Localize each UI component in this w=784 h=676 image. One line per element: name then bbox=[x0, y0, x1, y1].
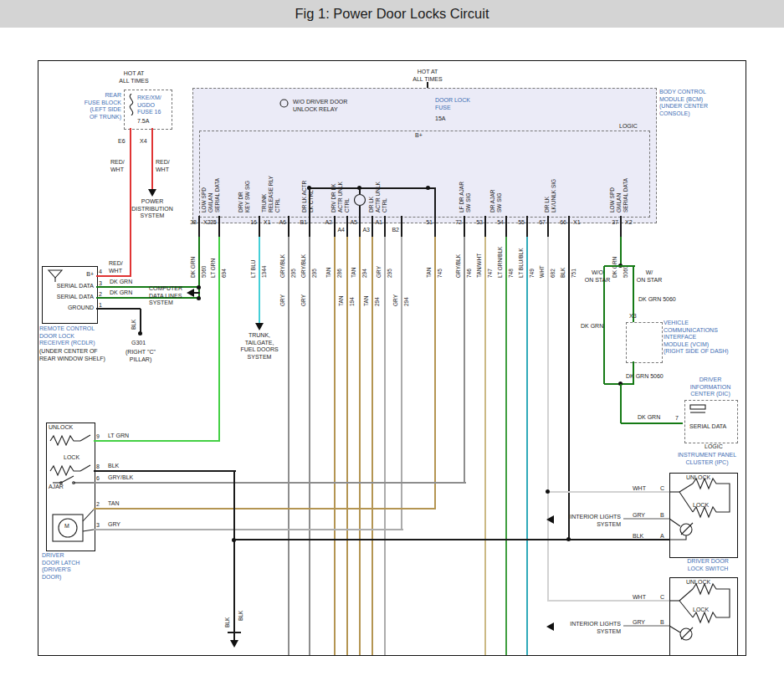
switch-lock-label: LOCK bbox=[693, 607, 709, 614]
wire-gry bbox=[623, 518, 669, 520]
arrow-left-icon bbox=[546, 515, 554, 524]
wire-dk-grn bbox=[604, 265, 635, 267]
wire-tan bbox=[334, 237, 336, 655]
rcdlr-location: (UNDER CENTER OF REAR WINDOW SHELF) bbox=[39, 348, 105, 362]
arrow-down-icon bbox=[148, 189, 156, 197]
rear-fuse-block-label: REAR FUSE BLOCK (LEFT SIDE OF TRUNK) bbox=[79, 92, 121, 120]
logic-label: LOGIC bbox=[705, 443, 723, 451]
bcm-pin-stub bbox=[568, 216, 570, 237]
circuit-number-label: 294 bbox=[403, 297, 410, 306]
arrow-down-icon bbox=[230, 640, 238, 648]
circuit-number-label: 295 bbox=[290, 269, 297, 278]
junction-dot bbox=[566, 537, 571, 541]
wire-blk bbox=[94, 470, 236, 472]
circuit-number-label: 694 bbox=[221, 269, 228, 278]
junction-dot bbox=[197, 285, 201, 289]
rcdlr-row: B+ bbox=[45, 271, 94, 279]
connector-label: X1 bbox=[264, 219, 271, 227]
bcm-pin-stub bbox=[259, 216, 260, 237]
connector-e6: E6 bbox=[118, 138, 126, 146]
vcim-name: VEHICLE COMMUNICATIONS INTERFACE MODULE … bbox=[664, 320, 729, 356]
wire-color-label: LT BLU/BLK bbox=[518, 248, 525, 278]
wire-color-label: GRY/BLK bbox=[279, 254, 286, 278]
wire-color-label: GRY/BLK bbox=[300, 254, 307, 278]
wire-label-red-wht: RED/ WHT bbox=[110, 159, 125, 173]
hot-at-all-times-label: HOT AT ALL TIMES bbox=[405, 69, 450, 83]
serial-data-label: SERIAL DATA bbox=[689, 423, 726, 431]
wire-blk bbox=[568, 237, 570, 540]
wire-lt-grn-blk bbox=[505, 237, 507, 655]
wire-gry-blk bbox=[309, 237, 310, 655]
bcm-pin-stub bbox=[484, 216, 486, 237]
pin-number: 7 bbox=[675, 415, 679, 422]
wire-gry-blk bbox=[464, 237, 465, 484]
wire-label: BLK bbox=[131, 320, 137, 330]
pin-number: B2 bbox=[387, 227, 399, 234]
arrow-left-icon bbox=[546, 622, 554, 631]
circuit-number-label: 751 bbox=[571, 269, 577, 278]
motor-label: M bbox=[64, 523, 69, 530]
wire-gry bbox=[94, 529, 403, 530]
pin-number: 51 bbox=[421, 219, 433, 227]
wire-color-label: GRY bbox=[376, 266, 382, 278]
wire-tan bbox=[346, 237, 348, 655]
pin-number: 16 bbox=[245, 219, 257, 227]
circuit-number-label: 748 bbox=[508, 269, 515, 278]
circuit-number-label: 682 bbox=[550, 269, 556, 278]
junction-dot bbox=[197, 296, 201, 300]
fuse-amps: 7.5A bbox=[137, 118, 149, 125]
pin-number: 3 bbox=[96, 522, 100, 530]
bcm-pin-function: TRUNK RELEASE RLY CTRL bbox=[261, 176, 281, 213]
bcm-pin-stub bbox=[464, 216, 465, 237]
wire-tan bbox=[359, 237, 361, 655]
ipc-name: INSTRUMENT PANEL CLUSTER (IPC) bbox=[676, 452, 738, 466]
switch-unlock-label: UNLOCK bbox=[686, 474, 710, 482]
wire-label: RED/ WHT bbox=[109, 260, 123, 274]
wire-label: DK GRN bbox=[110, 279, 132, 286]
junction-dot bbox=[546, 489, 550, 494]
wire-blk-ground bbox=[233, 471, 235, 642]
wire-color-label: TAN bbox=[426, 267, 433, 278]
circuit-number-label: 746 bbox=[466, 269, 473, 278]
wire-tan bbox=[372, 237, 373, 655]
wire-dk-grn bbox=[620, 384, 622, 423]
wire-label: LT GRN bbox=[108, 433, 129, 440]
wire-label: GRY bbox=[108, 521, 120, 529]
wire-tan-wht bbox=[484, 237, 486, 655]
wire-label-red-wht: RED/ WHT bbox=[156, 159, 170, 173]
wire-color-label: TAN bbox=[351, 267, 357, 278]
wire-dk-grn bbox=[621, 422, 683, 424]
bcm-pin-function: LOW SPD GMLAN SERIAL DATA bbox=[609, 178, 629, 213]
wire-wht bbox=[547, 237, 549, 602]
connector-label: X2 bbox=[625, 219, 633, 227]
relay-label: W/O DRIVER DOOR UNLOCK RELAY bbox=[293, 99, 347, 113]
wire-tan bbox=[434, 237, 436, 510]
wire-blk bbox=[235, 539, 669, 540]
circuit-number-label: 749 bbox=[529, 269, 535, 278]
latch-name: DRIVER DOOR LATCH (DRIVER'S DOOR) bbox=[42, 552, 79, 581]
wire-lt-grn bbox=[218, 237, 220, 442]
wire-red-wht-right bbox=[151, 128, 153, 189]
wo-onstar-label: W/O ON STAR bbox=[581, 269, 614, 284]
bcm-pin-function: LOW SPD GMLAN SERIAL DATA bbox=[201, 178, 221, 213]
dic-name: DRIVER INFORMATION CENTER (DIC) bbox=[683, 376, 738, 398]
page-title: Fig 1: Power Door Locks Circuit bbox=[295, 6, 489, 22]
display-icon bbox=[689, 403, 709, 417]
wire-color-label: TAN bbox=[338, 295, 345, 306]
bcm-pin-stub bbox=[218, 216, 220, 237]
relay-coil-icon bbox=[354, 193, 366, 207]
wire-lt-blu-blk bbox=[526, 237, 528, 655]
wire-color-label: GRY/BLK bbox=[455, 254, 462, 278]
fuse-name: RKE/XM/ UGDO FUSE 16 bbox=[137, 95, 161, 116]
relay-option-icon bbox=[279, 99, 289, 108]
interior-lights-label: INTERIOR LIGHTS SYSTEM bbox=[559, 514, 621, 528]
switch-unlock-label: UNLOCK bbox=[686, 579, 710, 586]
wire-blk bbox=[140, 309, 141, 333]
pin-number: 2 bbox=[96, 501, 100, 509]
wire-color-label: LT GRN/BLK bbox=[497, 247, 504, 278]
pin-number: A2 bbox=[320, 219, 332, 227]
bcm-pin-function: DRV DR LK ACTR UNLK CTRL bbox=[331, 182, 351, 213]
wire-color-label: TAN/WHT bbox=[476, 254, 483, 278]
pin-number: A4 bbox=[333, 227, 345, 234]
pin-number: B1 bbox=[295, 219, 307, 227]
